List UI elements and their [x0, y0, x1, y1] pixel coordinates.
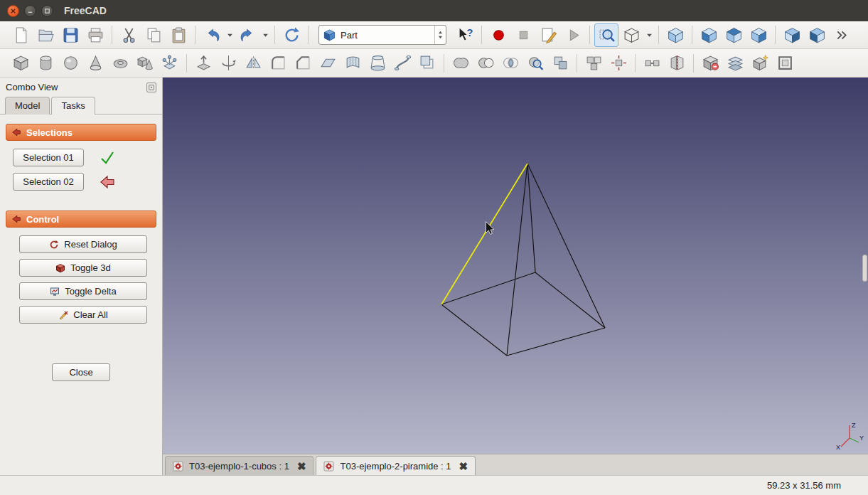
sweep-button[interactable]: [390, 51, 414, 75]
freecad-window: FreeCAD Part ? Combo View: [0, 0, 868, 495]
copy-button[interactable]: [141, 23, 166, 47]
workbench-selector[interactable]: Part: [318, 25, 446, 45]
redo-menu-button[interactable]: [260, 23, 270, 47]
window-maximize-button[interactable]: [41, 5, 53, 17]
sphere-button[interactable]: [58, 51, 82, 75]
extrude-button[interactable]: [191, 51, 215, 75]
tab-close-icon[interactable]: ✖: [297, 461, 306, 472]
defeaturing-button[interactable]: [698, 51, 722, 75]
connect-button[interactable]: [640, 51, 664, 75]
macro-stop-button[interactable]: [511, 23, 535, 47]
view-front-button[interactable]: [697, 23, 721, 47]
document-tab-cubos[interactable]: T03-ejemplo-1-cubos : 1 ✖: [165, 456, 314, 475]
offset-button[interactable]: [415, 51, 439, 75]
cut-button[interactable]: [117, 23, 141, 47]
new-document-button[interactable]: [9, 23, 33, 47]
view-bottom-button[interactable]: [805, 23, 829, 47]
main-area: Combo View Model Tasks Selections: [0, 78, 868, 475]
workbench-spinner[interactable]: [434, 26, 446, 44]
macro-record-button[interactable]: [486, 23, 510, 47]
whats-this-button[interactable]: ?: [453, 23, 477, 47]
tab-close-icon[interactable]: ✖: [459, 461, 468, 472]
scrollbar-handle[interactable]: [862, 255, 867, 282]
make-face-button[interactable]: [316, 51, 340, 75]
loft-button[interactable]: [365, 51, 390, 75]
create-primitives-button[interactable]: [133, 51, 157, 75]
back-arrow-icon: [100, 174, 115, 190]
part-workbench-icon: [323, 28, 336, 42]
macro-play-button[interactable]: [561, 23, 585, 47]
refresh-button[interactable]: [279, 23, 304, 47]
toggle-3d-label: Toggle 3d: [70, 262, 110, 273]
tab-model[interactable]: Model: [5, 97, 50, 115]
axis-z-label: Z: [852, 422, 856, 429]
refine-shape-button[interactable]: [748, 51, 772, 75]
box-button[interactable]: [9, 51, 33, 75]
view-right-button[interactable]: [746, 23, 771, 47]
mdi-view: Z Y X T03-ejemplo-1-cubos : 1 ✖: [163, 78, 868, 475]
cone-button[interactable]: [83, 51, 107, 75]
selections-title: Selections: [26, 127, 73, 138]
toolbar-overflow-button[interactable]: [830, 23, 854, 47]
selections-icon: [11, 127, 21, 137]
toggle-delta-label: Toggle Delta: [65, 286, 116, 297]
reset-dialog-button[interactable]: Reset Dialog: [19, 235, 147, 253]
draw-style-button[interactable]: [619, 23, 643, 47]
undo-menu-button[interactable]: [225, 23, 235, 47]
explode-compound-button[interactable]: [606, 51, 631, 75]
macro-edit-button[interactable]: [536, 23, 560, 47]
selection-02-button[interactable]: Selection 02: [13, 173, 84, 191]
mirror-button[interactable]: [241, 51, 265, 75]
paste-button[interactable]: [166, 23, 191, 47]
toolbar-separator: [274, 26, 275, 44]
close-button[interactable]: Close: [52, 363, 110, 381]
selection-01-button[interactable]: Selection 01: [13, 149, 84, 166]
check-icon: [100, 150, 115, 166]
make-compound-button[interactable]: [582, 51, 606, 75]
ruled-surface-button[interactable]: [341, 51, 365, 75]
fit-all-button[interactable]: [594, 23, 618, 47]
tab-tasks[interactable]: Tasks: [51, 97, 95, 115]
check-geometry-button[interactable]: [523, 51, 547, 75]
torus-button[interactable]: [108, 51, 132, 75]
thickness-button[interactable]: [773, 51, 797, 75]
cylinder-button[interactable]: [33, 51, 58, 75]
toolbar-separator: [775, 26, 776, 44]
boolean-cut-button[interactable]: [473, 51, 498, 75]
toolbar-standard: Part ?: [0, 21, 868, 49]
shape-builder-button[interactable]: [158, 51, 182, 75]
document-tab-piramide[interactable]: T03-ejemplo-2-piramide : 1 ✖: [316, 456, 476, 475]
cross-sections-button[interactable]: [723, 51, 747, 75]
draw-style-menu-button[interactable]: [644, 23, 654, 47]
boolean-common-button[interactable]: [498, 51, 523, 75]
boolean-operation-button[interactable]: [548, 51, 572, 75]
open-document-button[interactable]: [33, 23, 58, 47]
toolbar-separator: [186, 54, 187, 73]
workbench-value: Part: [341, 30, 430, 41]
statusbar: 59.23 x 31.56 mm: [0, 475, 868, 495]
window-minimize-button[interactable]: [24, 5, 36, 17]
window-close-button[interactable]: [7, 5, 19, 17]
view-top-button[interactable]: [722, 23, 746, 47]
toolbar-separator: [693, 54, 694, 73]
split-button[interactable]: [665, 51, 689, 75]
3d-viewport[interactable]: Z Y X: [163, 78, 868, 454]
revolve-button[interactable]: [216, 51, 240, 75]
toolbar-part-workbench: [0, 49, 868, 78]
toggle-delta-button[interactable]: Toggle Delta: [19, 282, 147, 300]
fillet-button[interactable]: [266, 51, 290, 75]
reset-dialog-icon: [49, 240, 59, 250]
boolean-union-button[interactable]: [449, 51, 473, 75]
chamfer-button[interactable]: [291, 51, 315, 75]
undo-button[interactable]: [200, 23, 224, 47]
redo-button[interactable]: [235, 23, 259, 47]
print-button[interactable]: [83, 23, 107, 47]
panel-float-button[interactable]: [146, 82, 156, 92]
save-button[interactable]: [58, 23, 82, 47]
view-axonometric-button[interactable]: [663, 23, 687, 47]
toggle-3d-button[interactable]: Toggle 3d: [19, 259, 147, 277]
document-tabbar: T03-ejemplo-1-cubos : 1 ✖ T03-ejemplo-2-…: [163, 454, 868, 475]
view-rear-button[interactable]: [780, 23, 804, 47]
clear-all-button[interactable]: Clear All: [19, 306, 147, 324]
toolbar-separator: [635, 54, 636, 73]
